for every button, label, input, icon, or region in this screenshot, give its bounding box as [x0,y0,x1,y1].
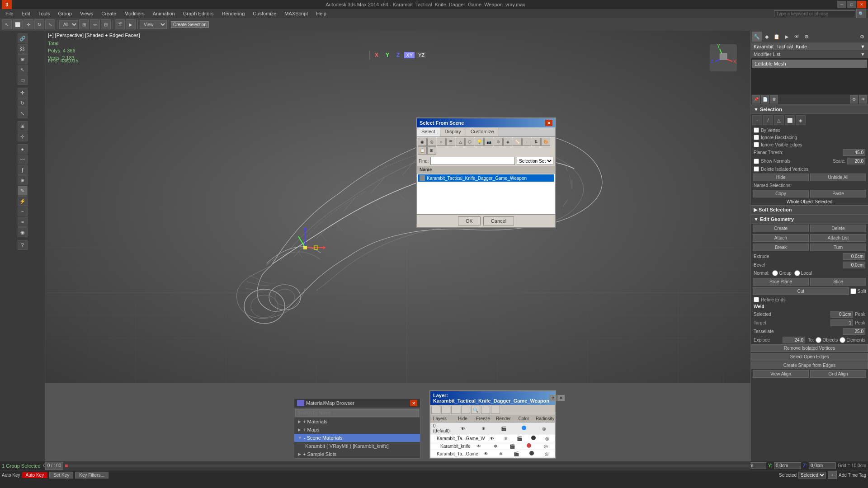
layer-render-1[interactable]: 🎬 [513,436,527,441]
hide-button[interactable]: Hide [753,174,809,181]
menu-modifiers[interactable]: Modifiers [121,10,148,17]
maximize-button[interactable]: □ [847,1,856,8]
show-normals-scale-input[interactable] [847,158,865,164]
group-radio[interactable] [772,270,778,276]
search-input[interactable] [774,10,855,17]
add-time-tag-button[interactable]: + [828,471,837,479]
cancel-button[interactable]: Cancel [483,216,514,225]
layer-radiosity-3[interactable]: ◎ [539,451,554,456]
filter-dropdown[interactable]: All [59,20,78,29]
tb-geosphere-icon[interactable]: ● [18,144,28,154]
tb-helpers-icon[interactable]: ⊕ [18,175,28,185]
tb-dynamics-icon[interactable]: ◉ [18,227,28,237]
layer-freeze-1[interactable]: ❄ [499,436,513,441]
cut-button[interactable]: Cut [753,287,849,295]
elements-radio[interactable] [840,337,845,343]
layer-render-2[interactable]: 🎬 [504,444,521,449]
extrude-input[interactable] [843,253,865,260]
grid-align-button[interactable]: Grid Align [810,370,866,378]
layer-radiosity-1[interactable]: ◎ [540,436,554,441]
tb-spline-icon[interactable]: ∫ [18,165,28,175]
tb-render-scene-icon[interactable]: 🎬 [115,19,125,29]
layer-radiosity-0[interactable]: ◎ [534,426,554,431]
tb-select-icon2[interactable]: ↖ [18,65,28,75]
selection-set-dropdown[interactable]: Selection Set [517,157,553,165]
tessellate-input[interactable] [843,328,865,335]
dt-none-icon[interactable]: ○ [437,138,446,146]
tb-select-icon[interactable]: ↖ [2,19,12,29]
tb-scale2-icon[interactable]: ⤡ [18,108,28,118]
ignore-backfacing-checkbox[interactable] [754,135,759,140]
menu-file[interactable]: File [2,10,17,17]
vertex-mode-btn[interactable]: · [752,115,762,125]
layer-freeze-3[interactable]: ❄ [493,451,509,456]
set-key-button[interactable]: Set Key [49,472,73,479]
delete-button[interactable]: Delete [810,225,866,232]
copy-button[interactable]: Copy [753,190,809,197]
attach-button[interactable]: Attach [753,234,809,242]
mat-scene-materials-item[interactable]: ▼ - Scene Materials [294,434,420,442]
mat-materials-item[interactable]: ▶ + Materials [294,418,420,426]
mat-sample-slots-item[interactable]: ▶ + Sample Slots [294,450,420,458]
layer-color-0[interactable] [514,426,534,431]
create-from-edges-button[interactable]: Create Shape from Edges [751,361,868,369]
tb-reactor-icon[interactable]: ⚡ [18,196,28,206]
tb-bind-icon[interactable]: ⊕ [18,54,28,64]
auto-key-button[interactable]: Auto Key [22,472,48,478]
layer-close-button[interactable]: ✕ [557,395,565,401]
layer-freeze-0[interactable]: ❄ [473,426,493,431]
menu-animation[interactable]: Animation [149,10,179,17]
dt-invert-icon[interactable]: ◎ [427,138,436,146]
tb-mirror-icon[interactable]: ⇔ [90,19,100,29]
layer-hide-2[interactable]: 👁 [471,444,487,449]
panel-icon-modify[interactable]: 🔧 [752,32,762,42]
weld-selected-input[interactable] [830,311,853,318]
tb-nurbs-icon[interactable]: 〰 [18,155,28,164]
menu-create[interactable]: Create [98,10,120,17]
tb-rotate2-icon[interactable]: ↻ [18,98,28,108]
layer-row-2[interactable]: Karambit_knife 👁 ❄ 🎬 ◎ [430,442,555,450]
face-mode-btn[interactable]: △ [774,115,784,125]
dt-camera-icon[interactable]: 📷 [484,138,493,146]
layer-hide-1[interactable]: 👁 [485,436,499,441]
turn-button[interactable]: Turn [810,244,866,251]
coord-y-input[interactable] [774,462,801,469]
tab-customize[interactable]: Customize [466,127,499,136]
timeline-slider[interactable] [65,465,68,467]
edit-geometry-header[interactable]: ▼ Edit Geometry [751,215,868,224]
scene-list-item-0[interactable]: Karambit_Tactical_Knife_Dagger_Game_Weap… [418,174,554,182]
objects-radio[interactable] [816,337,821,343]
select-open-edges-button[interactable]: Select Open Edges [751,353,868,361]
tab-select[interactable]: Select [417,127,440,136]
layer-x-button[interactable]: ✕ [441,406,450,414]
layer-hide-3[interactable]: 👁 [478,451,494,456]
panel-icon-utilities[interactable]: ⚙ [802,32,811,42]
modifier-editable-mesh[interactable]: Editable Mesh [752,60,867,68]
layer-freeze-2[interactable]: ❄ [487,444,504,449]
tb-paint-icon[interactable]: ✎ [18,186,28,196]
dt-group-icon[interactable]: ⊞ [427,146,436,155]
dt-all-icon[interactable]: ◉ [418,138,427,146]
layer-hide-0[interactable]: 👁 [453,426,473,431]
layer-select-button[interactable]: ↖ [461,406,470,414]
x-axis-button[interactable]: X [372,52,381,59]
attach-list-button[interactable]: Attach List [810,234,866,242]
slice-button[interactable]: Slice [810,278,866,286]
by-vertex-checkbox[interactable] [754,127,759,133]
menu-maxscript[interactable]: MAXScript [281,10,311,17]
menu-graph-editors[interactable]: Graph Editors [179,10,217,17]
mat-maps-item[interactable]: ▶ + Maps [294,426,420,434]
yz-plane-button[interactable]: YZ [416,52,426,58]
local-radio[interactable] [794,270,800,276]
tb-place-icon[interactable]: ⊹ [18,131,28,141]
dt-color-icon[interactable]: 🎨 [541,138,550,146]
tb-align-icon[interactable]: ⊟ [101,19,111,29]
tb-unlink-icon[interactable]: ⛓ [18,44,28,54]
z-axis-button[interactable]: Z [394,52,402,59]
unhide-button[interactable]: Unhide All [810,174,866,181]
tb-move-icon[interactable]: ✛ [24,19,33,29]
delete-isolated-checkbox[interactable] [754,166,759,172]
y-axis-button[interactable]: Y [383,52,392,59]
dt-sort-icon[interactable]: ⇅ [532,138,541,146]
layer-row-3[interactable]: Karambit_Ta...Game 👁 ❄ 🎬 ◎ [430,450,555,458]
